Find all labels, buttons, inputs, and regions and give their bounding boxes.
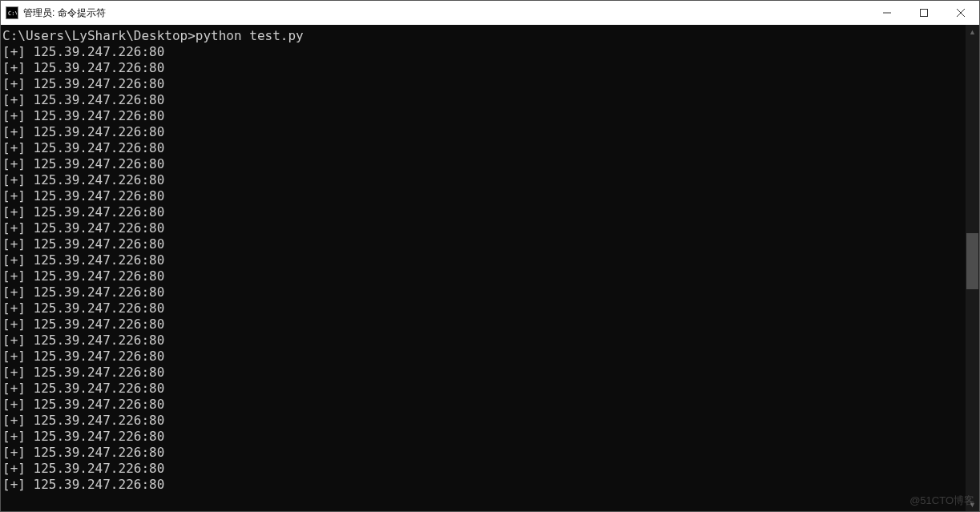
terminal-area: C:\Users\LyShark\Desktop>python test.py … [1,25,979,511]
scroll-down-arrow[interactable]: ▼ [966,498,979,511]
svg-text:C:\: C:\ [8,10,17,17]
window-controls [869,1,979,25]
scroll-up-arrow[interactable]: ▲ [966,25,979,38]
vertical-scrollbar[interactable]: ▲ ▼ [966,25,979,511]
close-button[interactable] [942,1,979,25]
window-title: 管理员: 命令提示符 [23,6,106,20]
maximize-button[interactable] [905,1,942,25]
minimize-button[interactable] [869,1,905,25]
scroll-thumb[interactable] [966,233,978,289]
terminal-output[interactable]: C:\Users\LyShark\Desktop>python test.py … [1,25,966,511]
titlebar[interactable]: C:\ 管理员: 命令提示符 [1,1,979,25]
svg-rect-3 [921,10,928,17]
cmd-icon: C:\ [6,6,18,19]
command-prompt-window: C:\ 管理员: 命令提示符 C:\Users\LyShark\Desktop>… [0,0,980,512]
